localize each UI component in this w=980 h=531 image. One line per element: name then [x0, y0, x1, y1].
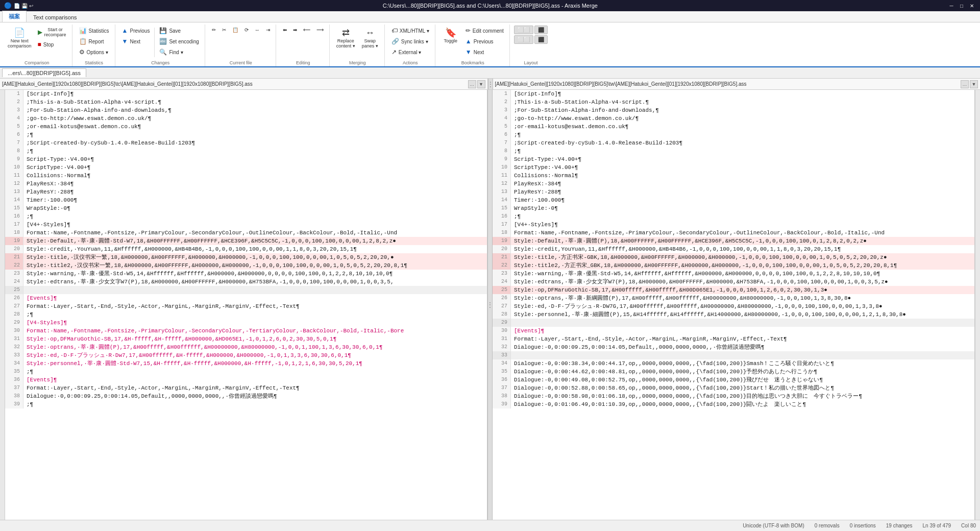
table-row: 21Style:·title,·方正书宋-GBK,18,&H000000,&H0… — [493, 253, 974, 261]
group-actions: 🏷 XML/HTML ▾ 🔗 Sync links ▾ ↗ External ▾… — [386, 25, 435, 66]
edit-icon-btn1[interactable]: ✏ — [209, 26, 218, 34]
table-row: 35Dialogue:·0,0:00:44.62,0:00:48.81,op,,… — [493, 368, 974, 376]
bookmark-previous-button[interactable]: ▲ Previous — [463, 36, 506, 46]
left-path-btn1[interactable]: … — [468, 80, 476, 88]
close-button[interactable]: ✕ — [968, 2, 976, 10]
xml-html-button[interactable]: 🏷 XML/HTML ▾ — [389, 26, 432, 36]
report-button[interactable]: 📋 Report — [77, 36, 112, 46]
editing-icon-btn4[interactable]: ⟶ — [314, 26, 326, 34]
table-row: 10ScriptType:·V4.00+¶ — [5, 163, 487, 172]
start-recompare-button[interactable]: ▶ Start or recompare — [35, 26, 69, 39]
toggle-button[interactable]: 🔖 Toggle — [439, 26, 462, 46]
table-row: 37Format:·Layer,-Start,-End,-Style,-Acto… — [5, 384, 487, 392]
changes-label: Changes — [119, 59, 202, 66]
layout-btn1[interactable]: ⬜⬜ — [514, 26, 533, 34]
table-row: 7;Script·created·by·cySub·1.4.0-Release-… — [493, 139, 974, 147]
current-file-buttons: ✏ ✂ 📋 ⟳ ↔ ⇥ — [209, 26, 273, 59]
sync-links-button[interactable]: 🔗 Sync links ▾ — [389, 36, 432, 46]
table-row: 33 — [493, 351, 974, 359]
save-icon: 💾 — [159, 27, 167, 34]
options-button[interactable]: ⚙ Options ▾ — [77, 47, 112, 57]
merging-label: Merging — [334, 59, 381, 66]
left-code-scroll[interactable]: 1[Script-Info]¶2;This·is·a·Sub-Station-A… — [5, 90, 487, 520]
previous-button[interactable]: ▲ Previous — [119, 26, 153, 36]
next-icon: ▼ — [122, 38, 128, 45]
window-title: C:\Users\...80][BDRIP][BIG5].ass and C:\… — [33, 3, 947, 9]
left-path-btn2[interactable]: ▼ — [477, 80, 485, 88]
right-path-btns: … ▼ — [961, 80, 978, 88]
table-row: 31Style:·op,DFMaruGothic-SB,17,&H·fffff,… — [5, 335, 487, 343]
changes-buttons: ▲ Previous ▼ Next 💾 Save 🔤 Set encoding — [119, 26, 202, 59]
layout-btn4[interactable]: ⬛ — [534, 35, 548, 44]
left-path-text: [AME][Hatukoi_Gentei][1920x1080][BDRIP][… — [2, 81, 468, 87]
group-bookmarks: 🔖 Toggle ✏ Edit comment ▲ Previous ▼ Nex… — [436, 25, 510, 66]
merging-buttons: ⇄ Replace content ▾ ↔ Swap panes ▾ — [334, 26, 381, 59]
table-row: 6;¶ — [493, 131, 974, 139]
table-row: 26[Events]¶ — [5, 294, 487, 302]
external-icon: ↗ — [391, 49, 397, 56]
set-encoding-button[interactable]: 🔤 Set encoding — [157, 36, 201, 46]
code-area: 1[Script-Info]¶2;This·is·a·Sub-Station-A… — [0, 90, 980, 520]
minimize-button[interactable]: ─ — [947, 2, 955, 10]
table-row: 25Style:·op,DFMaruGothic-SB,17,&H00fffff… — [493, 286, 974, 294]
bookmark-next-button[interactable]: ▼ Next — [463, 47, 506, 57]
table-row: 9Script-Type:·V4.00+¶ — [493, 155, 974, 163]
separator1 — [154, 28, 155, 57]
layout-btn2[interactable]: ⬛ — [534, 26, 548, 34]
file-tab-main[interactable]: ...ers\...80][BDRIP][BIG5].ass — [2, 68, 86, 77]
encoding-icon: 🔤 — [159, 38, 167, 45]
layout-label: Layout — [514, 59, 548, 66]
table-row: 16;¶ — [5, 212, 487, 221]
edit-icon-btn6[interactable]: ⇥ — [263, 26, 273, 34]
toggle-icon: 🔖 — [445, 28, 456, 37]
right-code-scroll[interactable]: 1[Script-Info]¶2;This·is·a·Sub-Station-A… — [493, 90, 974, 520]
editing-icon-btn3[interactable]: ⟵ — [301, 26, 313, 34]
table-row: 17[V4+·Styles]¶ — [493, 221, 974, 229]
swap-panes-button[interactable]: ↔ Swap panes ▾ — [359, 26, 381, 51]
table-row: 11Collisions:·Normal¶ — [493, 172, 974, 180]
layout-btn3[interactable]: ⬜⬜ — [514, 35, 533, 44]
table-row: 12PlayResX:·384¶ — [5, 180, 487, 188]
center-divider[interactable]: ⋮ — [487, 90, 493, 520]
table-row: 18Format:·Name,-Fontname,-Fontsize,-Prim… — [5, 229, 487, 237]
table-row: 30[Events]¶ — [493, 327, 974, 335]
table-row: 13PlayResY:·288¶ — [493, 188, 974, 196]
replace-icon: ⇄ — [342, 28, 350, 37]
edit-icon-btn4[interactable]: ⟳ — [242, 26, 251, 34]
table-row: 21Style:·title,·汉仪书宋一繁,18,&H000000,&H00F… — [5, 253, 487, 261]
editing-icon-btn2[interactable]: ➡ — [290, 26, 300, 34]
replace-content-button[interactable]: ⇄ Replace content ▾ — [334, 26, 358, 51]
edit-icon-btn5[interactable]: ↔ — [252, 26, 262, 34]
actions-buttons: 🏷 XML/HTML ▾ 🔗 Sync links ▾ ↗ External ▾ — [389, 26, 432, 59]
title-bar-icons: 🔵 📄 💾 ↩ — [4, 2, 33, 9]
edit-icon-btn3[interactable]: 📋 — [230, 26, 241, 34]
tab-text-comparisons[interactable]: Text comparisons — [27, 12, 84, 22]
path-bars: [AME][Hatukoi_Gentei][1920x1080][BDRIP][… — [0, 79, 980, 90]
main-area: [AME][Hatukoi_Gentei][1920x1080][BDRIP][… — [0, 79, 980, 520]
table-row: 36[Events]¶ — [5, 376, 487, 384]
edit-icon-btn2[interactable]: ✂ — [219, 26, 229, 34]
edit-comment-button[interactable]: ✏ Edit comment — [463, 26, 506, 36]
find-button[interactable]: 🔍 Find ▾ — [157, 47, 201, 57]
maximize-button[interactable]: □ — [958, 2, 966, 10]
find-icon: 🔍 — [159, 49, 167, 56]
save-button[interactable]: 💾 Save — [157, 26, 201, 36]
right-path-btn1[interactable]: … — [961, 80, 969, 88]
layout-row2: ⬜⬜ ⬛ — [514, 35, 548, 44]
table-row: 4;go-to-http://www.eswat.demon.co.uk/¶ — [493, 114, 974, 123]
stop-button[interactable]: ■ Stop — [35, 39, 69, 50]
statistics-button[interactable]: 📊 Statistics — [77, 26, 112, 36]
table-row: 5;or·email·kotus@eswat.demon.co.uk¶ — [5, 123, 487, 131]
table-row: 15WrapStyle:·0¶ — [5, 204, 487, 212]
changes-status: 19 changes — [886, 523, 913, 528]
swap-icon: ↔ — [365, 28, 375, 37]
panel-divider[interactable]: ⋮ — [488, 79, 493, 89]
next-button[interactable]: ▼ Next — [119, 36, 153, 46]
tab-fuan[interactable]: 福案 — [2, 11, 27, 22]
table-row: 10ScriptType:·V4.00+¶ — [493, 163, 974, 172]
right-path-btn2[interactable]: ▼ — [970, 80, 978, 88]
new-text-comparison-button[interactable]: 📄 New text comparison — [5, 26, 34, 51]
external-button[interactable]: ↗ External ▾ — [389, 47, 432, 57]
editing-icon-btn1[interactable]: ⬅ — [280, 26, 289, 34]
table-row: 14Timer:·100.000¶ — [5, 196, 487, 204]
